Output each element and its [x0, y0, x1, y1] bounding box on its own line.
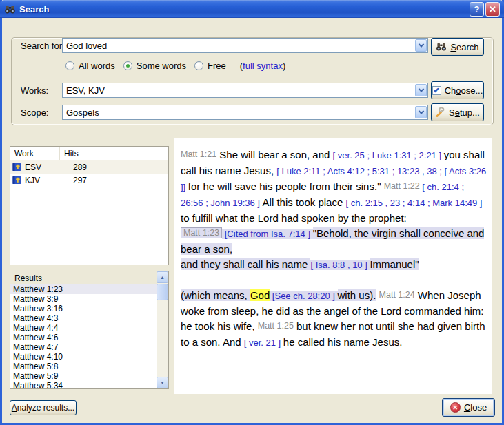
title-bar[interactable]: Search ? ✕ — [0, 0, 504, 18]
results-header: Results — [10, 271, 157, 284]
cross-reference[interactable]: [ ver. 21 ] — [244, 338, 283, 348]
full-syntax-wrap: (full syntax) — [240, 61, 286, 71]
dialog-client-area: Search for: God loved Search All wordsSo — [2, 18, 502, 423]
table-row[interactable]: ESV289 — [10, 160, 168, 174]
scroll-up-button[interactable]: ▲ — [157, 271, 168, 283]
scope-label: Scope: — [21, 107, 48, 118]
verse-label: Matt 1:25 — [258, 321, 294, 331]
verse-text: with us). — [338, 289, 376, 301]
scripture-text: Matt 1:21 She will bear a son, and [ ver… — [181, 147, 488, 351]
setup-button-label: Setup... — [449, 107, 480, 118]
scope-value[interactable]: Gospels — [66, 107, 99, 118]
search-hit: God — [250, 289, 270, 301]
works-label: Works: — [21, 85, 48, 96]
binoculars-icon — [436, 43, 447, 51]
list-item[interactable]: Matthew 1:23 — [10, 284, 157, 294]
scrollbar-thumb[interactable] — [157, 284, 168, 300]
choose-button[interactable]: ✔ Choose... — [431, 81, 484, 99]
chevron-down-icon — [418, 41, 423, 47]
work-hits-header[interactable]: Work Hits — [10, 147, 168, 160]
scroll-down-button[interactable]: ▼ — [157, 377, 168, 388]
works-dropdown-button[interactable] — [415, 84, 427, 96]
radio-icon[interactable] — [194, 61, 203, 70]
analyze-results-label: Analyze results... — [12, 403, 74, 413]
cross-reference[interactable]: [Cited from Isa. 7:14 ] — [222, 229, 313, 239]
verse-label: Matt 1:24 — [379, 290, 415, 300]
verse-text: (which means, — [181, 289, 250, 301]
radio-label: All words — [79, 61, 115, 71]
help-button[interactable]: ? — [470, 2, 484, 17]
list-item[interactable]: Matthew 3:16 — [10, 304, 157, 313]
checkmark-icon: ✔ — [432, 86, 441, 95]
radio-free[interactable]: Free — [194, 61, 226, 71]
search-for-combobox[interactable]: God loved — [62, 38, 428, 53]
list-item[interactable]: Matthew 4:6 — [10, 333, 157, 342]
search-for-label: Search for: — [21, 41, 65, 51]
book-icon — [12, 163, 21, 172]
list-item[interactable]: Matthew 5:34 — [10, 381, 157, 388]
chevron-down-icon — [418, 86, 423, 92]
search-dialog: Search ? ✕ Search for: God loved — [0, 0, 504, 425]
results-scrollbar[interactable]: ▲ ▼ — [157, 271, 168, 388]
radio-some-words[interactable]: Some words — [123, 61, 186, 71]
radio-label: Free — [208, 61, 226, 71]
verse-text: he called his name Jesus. — [283, 336, 403, 348]
radio-all-words[interactable]: All words — [65, 61, 115, 71]
works-combobox[interactable]: ESV, KJV — [62, 83, 428, 98]
chevron-down-icon — [418, 108, 423, 114]
scope-combobox[interactable]: Gospels — [62, 105, 428, 120]
search-mode-row: All wordsSome wordsFree (full syntax) — [65, 61, 285, 71]
cross-reference[interactable]: [ ch. 2:15 , 23 ; 4:14 ; Mark 14:49 ] — [345, 198, 482, 208]
verse-label: Matt 1:22 — [384, 181, 420, 191]
work-name: KJV — [25, 176, 57, 185]
hit-count: 289 — [57, 163, 87, 172]
verse-text: She will bear a son, and — [216, 149, 332, 160]
results-panel: Results Matthew 1:23Matthew 3:9Matthew 3… — [10, 271, 169, 389]
setup-button[interactable]: Setup... — [431, 103, 484, 121]
close-circle-icon: ✕ — [450, 402, 461, 413]
text-panel: Matt 1:21 She will bear a son, and [ ver… — [174, 138, 492, 394]
analyze-results-button[interactable]: Analyze results... — [10, 400, 77, 415]
wrench-icon — [435, 107, 445, 117]
radio-label: Some words — [137, 61, 186, 71]
book-icon — [12, 176, 21, 185]
radio-icon[interactable] — [65, 61, 74, 70]
verse-label: Matt 1:23 — [181, 227, 222, 238]
binoculars-icon — [4, 5, 16, 14]
list-item[interactable]: Matthew 4:7 — [10, 342, 157, 352]
cross-reference[interactable]: [ ver. 25 ; Luke 1:31 ; 2:21 ] — [333, 150, 444, 160]
close-button-label: Close — [464, 402, 487, 413]
radio-icon[interactable] — [123, 61, 132, 70]
list-item[interactable]: Matthew 5:9 — [10, 371, 157, 381]
close-button[interactable]: ✕ Close — [442, 398, 495, 417]
list-item[interactable]: Matthew 5:8 — [10, 362, 157, 371]
cross-reference[interactable]: [See ch. 28:20 ] — [270, 291, 337, 301]
list-item[interactable]: Matthew 4:4 — [10, 323, 157, 333]
verse-text: for he will save his people from their s… — [188, 180, 384, 192]
work-column-header[interactable]: Work — [10, 147, 60, 160]
search-button[interactable]: Search — [431, 38, 484, 56]
hits-column-header[interactable]: Hits — [60, 147, 79, 160]
cross-reference[interactable]: [ Isa. 8:8 , 10 ] — [310, 260, 370, 270]
window-title: Search — [19, 4, 468, 14]
list-item[interactable]: Matthew 4:10 — [10, 352, 157, 362]
work-hits-panel: Work Hits ESV289KJV297 — [10, 146, 169, 265]
verse-text — [376, 289, 379, 301]
list-item[interactable]: Matthew 3:9 — [10, 294, 157, 304]
search-mode-group: All wordsSome wordsFree — [65, 61, 234, 71]
verse-label: Matt 1:21 — [181, 149, 216, 159]
search-for-value[interactable]: God loved — [66, 41, 107, 51]
work-name: ESV — [25, 163, 57, 172]
search-for-dropdown-button[interactable] — [415, 39, 427, 52]
table-row[interactable]: KJV297 — [10, 174, 168, 187]
verse-text: to fulfill what the Lord had spoken by t… — [181, 212, 407, 224]
works-value[interactable]: ESV, KJV — [66, 85, 105, 96]
verse-text: and they shall call his name — [181, 258, 310, 270]
list-item[interactable]: Matthew 4:3 — [10, 313, 157, 323]
scope-dropdown-button[interactable] — [415, 106, 427, 118]
paren-close: ) — [283, 61, 285, 71]
full-syntax-link[interactable]: full syntax — [243, 61, 283, 71]
search-button-label: Search — [450, 42, 478, 52]
choose-button-label: Choose... — [445, 85, 483, 96]
window-close-button[interactable]: ✕ — [485, 2, 500, 17]
